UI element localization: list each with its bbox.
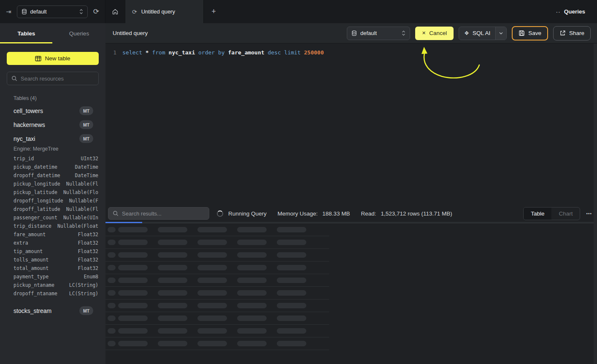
home-icon: [112, 8, 119, 15]
loading-spinner-icon: [217, 210, 223, 217]
top-bar: ⇥ default ⟳ ⟳ Untitled query: [0, 0, 597, 23]
results-search: [108, 207, 209, 220]
table-icon: [35, 56, 41, 62]
line-number: 1: [105, 49, 116, 57]
skeleton-cell: [158, 252, 187, 258]
query-progress-fill: [105, 222, 142, 223]
skeleton-cell: [118, 240, 148, 245]
database-icon: [351, 30, 357, 36]
results-loading-skeleton: [105, 224, 597, 364]
tab-queries[interactable]: Queries: [53, 23, 105, 43]
new-tab-button[interactable]: +: [204, 0, 224, 23]
skeleton-cell: [118, 227, 148, 232]
column-name: dropoff_datetime: [14, 173, 60, 178]
skeleton-cell: [108, 278, 116, 283]
query-tab[interactable]: ⟳ Untitled query: [125, 0, 204, 23]
column-type: LC(String): [69, 291, 98, 297]
skeleton-cell: [118, 278, 148, 283]
save-button-label: Save: [528, 30, 541, 36]
sql-token-pl: [195, 49, 198, 56]
sql-ai-button[interactable]: ❖ SQL AI: [459, 27, 495, 40]
table-item-stocks_stream[interactable]: stocks_streamMT: [0, 304, 105, 318]
results-toolbar: Running Query Memory Usage: 188.33 MB Re…: [105, 205, 597, 222]
column-name: extra: [14, 240, 28, 246]
column-type: Nullable(UIn: [63, 215, 98, 221]
search-results-input[interactable]: [122, 210, 205, 217]
column-name: tip_amount: [14, 248, 43, 254]
sql-token-pl: [301, 49, 304, 56]
column-row: tolls_amountFloat32: [14, 256, 98, 264]
column-row: passenger_countNullable(UIn: [14, 213, 98, 222]
table-item-cell_towers[interactable]: cell_towersMT: [0, 104, 105, 118]
sync-icon: ⟳: [132, 8, 137, 15]
home-tab[interactable]: [105, 0, 125, 23]
skeleton-cell: [108, 315, 116, 321]
skeleton-cell: [277, 227, 306, 232]
tab-chart-view[interactable]: Chart: [551, 208, 580, 220]
skeleton-cell: [118, 290, 148, 296]
cancel-button[interactable]: ✕ Cancel: [415, 27, 454, 40]
column-type: DateTime: [75, 164, 98, 170]
more-options-button[interactable]: •••: [586, 211, 592, 216]
column-row: fare_amountFloat32: [14, 230, 98, 239]
column-name: total_amount: [14, 265, 49, 271]
queries-link-label: Queries: [564, 8, 585, 15]
skeleton-row: [105, 337, 329, 350]
table-item-nyc_taxi[interactable]: nyc_taxiMT: [0, 132, 105, 146]
sidebar-collapse-icon[interactable]: ⇥: [6, 8, 11, 15]
skeleton-cell: [108, 341, 116, 346]
skeleton-cell: [237, 252, 267, 258]
sparkle-icon: ❖: [464, 30, 469, 36]
skeleton-cell: [237, 341, 267, 346]
skeleton-cell: [197, 265, 227, 270]
sql-editor[interactable]: 1 select * from nyc_taxi order by fare_a…: [105, 43, 597, 205]
sql-ai-dropdown-button[interactable]: [495, 27, 506, 40]
column-name: pickup_longitude: [14, 181, 60, 187]
new-table-button[interactable]: New table: [7, 52, 99, 65]
skeleton-cell: [158, 315, 187, 321]
query-database-selector[interactable]: default: [347, 27, 410, 40]
save-button[interactable]: Save: [512, 26, 548, 40]
database-selector[interactable]: default: [17, 5, 88, 18]
queries-link[interactable]: ·· Queries: [556, 0, 597, 23]
sql-token-id: fare_amount: [228, 49, 265, 56]
sql-token-kw: desc: [267, 49, 281, 56]
tab-tables[interactable]: Tables: [0, 23, 53, 43]
skeleton-cell: [108, 303, 116, 308]
query-status: Running Query: [228, 210, 267, 217]
tab-table-view[interactable]: Table: [524, 208, 551, 220]
skeleton-cell: [237, 290, 267, 296]
column-type: Nullable(Float: [57, 223, 98, 229]
main-panel: Untitled query default ✕ Cancel: [105, 23, 597, 364]
skeleton-cell: [277, 240, 306, 245]
skeleton-cell: [277, 315, 306, 321]
column-name: trip_id: [14, 156, 34, 162]
table-item-hackernews[interactable]: hackernewsMT: [0, 118, 105, 132]
column-row: dropoff_latitudeNullable(Fl: [14, 205, 98, 213]
share-button[interactable]: Share: [553, 26, 591, 40]
memory-usage-value: 188.33 MB: [322, 210, 350, 217]
read-label: Read:: [361, 210, 376, 217]
page-title: Untitled query: [113, 30, 148, 36]
skeleton-cell: [118, 315, 148, 321]
column-type: Float32: [78, 257, 98, 263]
active-tab-underline: [0, 42, 52, 43]
sql-ai-split-button: ❖ SQL AI: [459, 27, 507, 40]
sidebar-tabs: Tables Queries: [0, 23, 105, 43]
column-row: total_amountFloat32: [14, 264, 98, 272]
skeleton-cell: [108, 328, 116, 334]
sql-token-id: nyc_taxi: [169, 49, 195, 56]
search-resources-input[interactable]: [21, 75, 95, 82]
column-type: Nullable(F: [69, 198, 98, 204]
query-progress-track: [105, 222, 597, 224]
scrollbar-track[interactable]: [594, 43, 597, 364]
database-selector-value: default: [30, 8, 76, 15]
sql-token-kw: by: [218, 49, 225, 56]
skeleton-cell: [237, 303, 267, 308]
memory-usage-label: Memory Usage:: [278, 210, 318, 217]
query-toolbar: Untitled query default ✕ Cancel: [105, 23, 597, 43]
column-type: Nullable(Fl: [66, 206, 98, 212]
refresh-button[interactable]: ⟳: [93, 8, 99, 15]
column-type: UInt32: [81, 156, 98, 162]
engine-badge: MT: [79, 120, 93, 129]
